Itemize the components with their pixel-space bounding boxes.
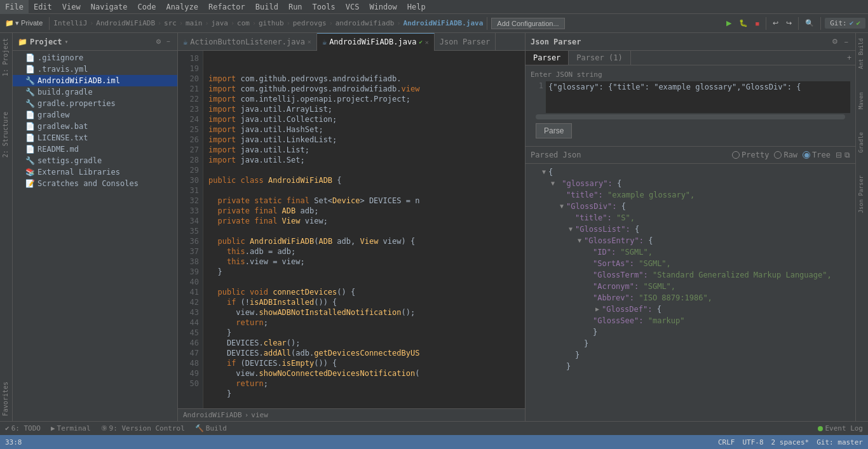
parse-button[interactable]: Parse — [536, 123, 572, 138]
status-left: 33:8 — [5, 438, 22, 446]
sidebar-settings-button[interactable]: ⚙ — [154, 37, 163, 46]
menu-navigate[interactable]: Navigate — [86, 0, 133, 14]
vertical-tabs-left: 1: Project 2: Structure Favorites — [0, 33, 13, 421]
menu-tools[interactable]: Tools — [308, 0, 341, 14]
file-icon: 🔧 — [25, 99, 35, 108]
toggle-glossentry[interactable]: ▼ — [575, 235, 584, 246]
toggle-glosslist[interactable]: ▼ — [566, 224, 575, 235]
tree-close1: } — [531, 326, 850, 338]
editor-area: ☕ ActionButtonListener.java ✕ ☕ AndroidW… — [178, 33, 525, 421]
menu-refactor[interactable]: Refactor — [203, 0, 250, 14]
vtab-favorites[interactable]: Favorites — [0, 377, 12, 421]
parser-tab-1[interactable]: Parser — [526, 51, 569, 65]
search-button[interactable]: 🔍 — [803, 18, 817, 29]
menu-file[interactable]: File — [0, 0, 29, 14]
event-log-dot — [818, 426, 823, 431]
vtab-ant[interactable]: Ant Build — [856, 33, 868, 74]
menu-view[interactable]: View — [57, 0, 86, 14]
tree-item-scratches[interactable]: 📝 Scratches and Consoles — [13, 178, 177, 189]
redo-button[interactable]: ↪ — [783, 18, 794, 29]
status-encoding[interactable]: UTF-8 — [742, 438, 763, 446]
tab-json-parser[interactable]: Json Parser — [435, 33, 496, 51]
tree-item-readme[interactable]: 📄 README.md — [13, 144, 177, 155]
tree-close2: } — [531, 338, 850, 349]
menu-vcs[interactable]: VCS — [341, 0, 365, 14]
tree-item-build-gradle[interactable]: 🔧 build.gradle — [13, 86, 177, 98]
right-panel-settings[interactable]: ⚙ — [830, 37, 840, 46]
vtab-project[interactable]: 1: Project — [0, 33, 12, 81]
status-git-branch[interactable]: Git: master — [817, 438, 863, 446]
tree-item-external-libs[interactable]: 📚 External Libraries — [13, 166, 177, 178]
tab-action-button-listener[interactable]: ☕ ActionButtonListener.java ✕ — [178, 33, 317, 51]
tree-item-gradlew-bat[interactable]: 📄 gradlew.bat — [13, 121, 177, 132]
main-area: 1: Project 2: Structure Favorites 📁 Proj… — [0, 33, 868, 421]
menu-edit[interactable]: Edit — [29, 0, 57, 14]
add-parser-tab[interactable]: + — [843, 51, 855, 65]
copy-button[interactable]: ⧉ — [844, 151, 850, 159]
tree-item-gitignore[interactable]: 📄 .gitignore — [13, 52, 177, 64]
bottom-tab-todo[interactable]: ✔ 6: TODO — [3, 424, 43, 432]
right-panel-close[interactable]: − — [843, 37, 850, 46]
view-raw[interactable]: Raw — [774, 151, 797, 159]
view-pretty[interactable]: Pretty — [732, 151, 769, 159]
tree-node-glossdiv: ▼ "GlossDiv": { — [531, 201, 850, 212]
add-configuration-button[interactable]: Add Configuration... — [491, 18, 564, 29]
toggle-root[interactable]: ▼ — [539, 166, 548, 178]
tree-node-glossary: ▼ "glossary": { — [531, 178, 850, 189]
vtab-structure[interactable]: 2: Structure — [0, 107, 12, 163]
status-line-ending[interactable]: CRLF — [718, 438, 735, 446]
pretty-radio[interactable] — [732, 151, 740, 159]
bottom-tab-event-log[interactable]: Event Log — [815, 424, 865, 432]
line-numbers: 1819202122 2324252627 2829303132 3334353… — [178, 51, 203, 408]
view-tree[interactable]: Tree — [803, 151, 831, 159]
right-panel-title: Json Parser — [531, 37, 581, 46]
tree-item-travis[interactable]: 📄 .travis.yml — [13, 64, 177, 75]
menu-analyze[interactable]: Analyze — [161, 0, 203, 14]
file-tree: 📄 .gitignore 📄 .travis.yml 🔧 AndroidWiFi… — [13, 51, 177, 421]
menu-window[interactable]: Window — [364, 0, 402, 14]
tree-item-settigs[interactable]: 🔧 settigs.gradle — [13, 155, 177, 166]
toggle-glossary[interactable]: ▼ — [548, 178, 557, 189]
tab-close-wifi[interactable]: ✕ — [425, 39, 429, 46]
toggle-glossdiv[interactable]: ▼ — [557, 201, 566, 212]
stop-button[interactable]: ■ — [753, 18, 763, 29]
json-scrollbar[interactable] — [536, 114, 845, 119]
run-button[interactable]: ▶ — [724, 18, 734, 29]
sidebar-collapse-button[interactable]: − — [165, 37, 172, 46]
bottom-tab-build[interactable]: 🔨 Build — [193, 424, 229, 432]
parser-tab-2[interactable]: Parser (1) — [569, 51, 630, 65]
tree-item-gradle-props[interactable]: 🔧 gradle.properties — [13, 98, 177, 109]
tree-radio[interactable] — [803, 151, 810, 159]
undo-button[interactable]: ↩ — [770, 18, 781, 29]
view-options: Pretty Raw Tree ⊟ ⧉ — [732, 151, 850, 159]
vtab-maven[interactable]: Maven — [856, 87, 868, 114]
menu-run[interactable]: Run — [283, 0, 308, 14]
menu-help[interactable]: Help — [402, 0, 431, 14]
collapse-all-button[interactable]: ⊟ — [836, 151, 842, 159]
bottom-tab-terminal[interactable]: ▶ Terminal — [48, 424, 93, 432]
debug-button[interactable]: 🐛 — [736, 18, 750, 29]
toggle-glossdef[interactable]: ▶ — [593, 304, 602, 315]
sidebar-title: 📁 Project ▾ — [18, 37, 69, 46]
tree-item-license[interactable]: 📄 LICENSE.txt — [13, 132, 177, 144]
json-input-textarea[interactable] — [546, 81, 850, 113]
tree-item-iml[interactable]: 🔧 AndroidWiFiADB.iml — [13, 75, 177, 86]
menu-build[interactable]: Build — [250, 0, 283, 14]
todo-icon: ✔ — [5, 424, 10, 432]
code-editor[interactable]: 1819202122 2324252627 2829303132 3334353… — [178, 51, 525, 408]
menu-code[interactable]: Code — [133, 0, 161, 14]
tree-item-gradlew[interactable]: 📄 gradlew — [13, 109, 177, 121]
tab-android-wifi-adb[interactable]: ☕ AndroidWiFiADB.java ✔ ✕ — [317, 33, 435, 51]
vtab-json-parser[interactable]: Json Parser — [856, 170, 868, 218]
vtab-gradle[interactable]: Gradle — [856, 127, 868, 158]
file-icon: 📄 — [25, 133, 35, 142]
project-dropdown[interactable]: 📁 ▾ Private — [3, 18, 45, 29]
status-indent[interactable]: 2 spaces* — [771, 438, 810, 446]
tree-icons: ⊟ ⧉ — [836, 151, 850, 159]
parsed-json-section: Parsed Json Pretty Raw Tree — [526, 147, 855, 421]
tab-close-action[interactable]: ✕ — [308, 38, 311, 45]
raw-radio[interactable] — [774, 151, 782, 159]
tree-node-abbrev: "Abbrev": "ISO 8879:1986", — [531, 292, 850, 304]
code-content[interactable]: import com.github.pedrovgs.androidwifiad… — [203, 51, 525, 408]
bottom-tab-version-control[interactable]: ⑨ 9: Version Control — [98, 424, 187, 432]
